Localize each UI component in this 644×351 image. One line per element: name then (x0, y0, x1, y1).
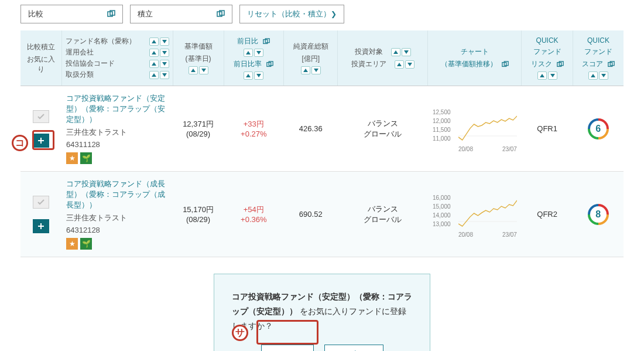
risk-cell: QFR2 (522, 172, 573, 257)
popout-icon (107, 10, 115, 18)
svg-marker-26 (397, 63, 402, 66)
popout-icon (608, 61, 615, 68)
svg-marker-25 (404, 50, 409, 54)
top-button-bar: 比較 積立 リセット（比較・積立） ❯ (0, 0, 644, 30)
svg-marker-4 (152, 40, 156, 43)
accumulate-label: 積立 (138, 9, 153, 19)
th-assets: 純資産総額 [億円] (284, 30, 338, 86)
change-cell: +54円 +0.36% (224, 172, 284, 257)
sort-asc-button[interactable] (301, 66, 310, 74)
sort-desc-button[interactable] (254, 71, 263, 80)
sort-desc-button[interactable] (160, 49, 169, 57)
chart-cell: 12,500 12,000 11,500 11,000 20/08 23/07 (428, 86, 522, 172)
score-cell: 6 (573, 86, 624, 172)
invest-cell: バランス グローバル (338, 86, 428, 172)
popout-icon (263, 38, 270, 45)
score-cell: 8 (573, 172, 624, 257)
compare-label: 比較 (28, 9, 43, 19)
sparkline-chart (458, 108, 517, 143)
chevron-right-icon: ❯ (331, 10, 337, 18)
sort-asc-button[interactable] (537, 71, 547, 80)
sort-desc-button[interactable] (254, 49, 263, 57)
svg-marker-21 (256, 74, 261, 77)
fund-company: 三井住友トラスト (66, 127, 168, 138)
th-fund-name: ファンド名称（愛称） 運用会社 投信協会コード 取扱分類 (61, 30, 173, 86)
sort-asc-button[interactable] (391, 48, 400, 56)
accumulate-button[interactable]: 積立 (130, 5, 232, 23)
dialog-no-button[interactable]: いいえ ❯ (324, 345, 383, 351)
nav-cell: 12,371円 (08/29) (173, 86, 224, 172)
svg-marker-22 (303, 69, 308, 72)
score-badge-icon: 6 (588, 118, 609, 139)
dialog-yes-button[interactable]: はい ❯ (261, 345, 314, 351)
sort-asc-button[interactable] (149, 60, 159, 68)
svg-marker-16 (246, 51, 251, 54)
sort-asc-button[interactable] (395, 60, 404, 69)
chart-cell: 16,000 15,000 14,000 13,000 20/08 23/07 (428, 172, 522, 257)
reset-label: リセット（比較・積立） (247, 9, 331, 19)
sort-desc-button[interactable] (160, 71, 169, 79)
svg-marker-8 (152, 62, 156, 66)
compare-checkbox[interactable] (33, 110, 49, 123)
svg-marker-7 (162, 51, 167, 54)
sort-asc-button[interactable] (189, 66, 198, 74)
svg-marker-13 (201, 69, 206, 72)
fund-name-link[interactable]: コア投資戦略ファンド（安定型）（愛称：コアラップ（安定型）） (66, 93, 168, 125)
sort-asc-button[interactable] (149, 71, 159, 79)
assets-cell: 690.52 (284, 172, 338, 257)
th-change: 前日比 前日比率 (224, 30, 284, 86)
th-quick-score: QUICK ファンド スコア (573, 30, 624, 86)
popout-icon (557, 61, 564, 68)
assets-cell: 426.36 (284, 86, 338, 172)
sort-desc-button[interactable] (548, 71, 557, 80)
favorite-confirm-dialog: コア投資戦略ファンド（安定型）（愛称：コアラップ（安定型）） をお気に入りファン… (214, 274, 430, 351)
th-chart: チャート （基準価額推移） (428, 30, 522, 86)
sort-asc-button[interactable] (588, 71, 598, 80)
svg-marker-20 (246, 74, 251, 77)
annotation-ko-circle: コ (12, 135, 28, 151)
score-badge-icon: 8 (588, 204, 609, 225)
nav-cell: 15,170円 (08/29) (173, 172, 224, 257)
sort-asc-button[interactable] (244, 71, 253, 80)
compare-checkbox[interactable] (33, 196, 49, 209)
th-compare-favorite: 比較積立 お気に入り (20, 30, 61, 86)
sort-desc-button[interactable] (405, 60, 415, 69)
th-invest: 投資対象 投資エリア (338, 30, 428, 86)
svg-marker-23 (314, 69, 318, 72)
svg-marker-11 (162, 73, 167, 77)
leaf-badge-icon: 🌱 (80, 152, 92, 164)
sort-desc-button[interactable] (199, 66, 208, 74)
table-row: コア投資戦略ファンド（成長型）（愛称：コアラップ（成長型）） 三井住友トラスト … (20, 172, 624, 257)
favorite-add-button[interactable] (33, 219, 49, 233)
table-row: コア投資戦略ファンド（安定型）（愛称：コアラップ（安定型）） 三井住友トラスト … (20, 86, 624, 172)
sort-desc-button[interactable] (402, 48, 411, 56)
svg-marker-6 (152, 51, 156, 54)
sort-asc-button[interactable] (149, 38, 159, 46)
sparkline-chart (458, 193, 517, 229)
sort-desc-button[interactable] (599, 71, 608, 80)
annotation-sa-highlight (256, 320, 318, 345)
sort-desc-button[interactable] (160, 60, 169, 68)
star-badge-icon: ★ (66, 152, 78, 164)
sort-desc-button[interactable] (160, 38, 169, 46)
svg-marker-37 (601, 74, 606, 77)
fund-name-cell: コア投資戦略ファンド（安定型）（愛称：コアラップ（安定型）） 三井住友トラスト … (61, 86, 173, 172)
svg-marker-17 (256, 51, 261, 54)
sort-asc-button[interactable] (149, 49, 159, 57)
sort-asc-button[interactable] (244, 49, 253, 57)
invest-cell: バランス グローバル (338, 172, 428, 257)
th-nav: 基準価額 (基準日) (173, 30, 224, 86)
svg-marker-9 (162, 62, 167, 66)
fund-name-link[interactable]: コア投資戦略ファンド（成長型）（愛称：コアラップ（成長型）） (66, 179, 168, 210)
sort-desc-button[interactable] (311, 66, 321, 74)
annotation-ko-highlight (32, 130, 54, 150)
fund-code: 64311128 (66, 140, 168, 149)
compare-button[interactable]: 比較 (20, 5, 123, 23)
popout-icon (502, 61, 509, 68)
fund-company: 三井住友トラスト (66, 213, 168, 223)
svg-marker-5 (162, 40, 167, 43)
reset-button[interactable]: リセット（比較・積立） ❯ (239, 5, 344, 23)
svg-marker-12 (191, 69, 196, 72)
annotation-sa-circle: サ (232, 325, 248, 341)
svg-marker-10 (152, 73, 156, 77)
